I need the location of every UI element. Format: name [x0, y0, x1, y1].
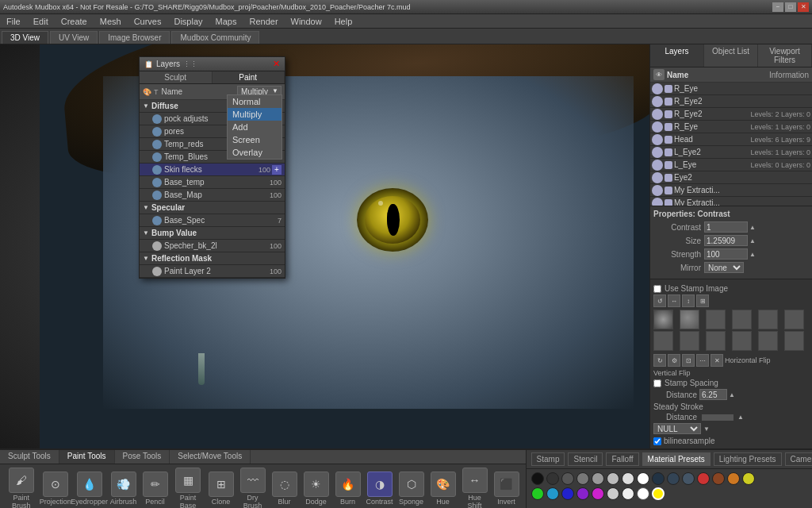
- right-layer-extract1[interactable]: My Extracti...: [650, 184, 812, 197]
- stamp-spacing-checkbox[interactable]: [653, 379, 661, 387]
- tool-tab-sculpt[interactable]: Sculpt Tools: [0, 450, 59, 464]
- swatch-8[interactable]: [637, 472, 649, 485]
- stamp-cell-3[interactable]: [706, 310, 726, 329]
- tool-tab-paint[interactable]: Paint Tools: [59, 450, 115, 464]
- swatch-12[interactable]: [697, 472, 710, 485]
- strength-arrow[interactable]: ▲: [749, 251, 756, 258]
- layer-add-btn[interactable]: +: [272, 165, 282, 175]
- preset-tab-camera[interactable]: Camera Bookmarks: [785, 452, 812, 466]
- size-arrow[interactable]: ▲: [749, 237, 756, 244]
- stamp-flip-h[interactable]: ↔: [668, 294, 680, 307]
- maximize-button[interactable]: □: [785, 2, 796, 12]
- close-button[interactable]: ✕: [798, 2, 809, 12]
- swatch-7[interactable]: [622, 472, 634, 485]
- rpanel-tab-layers[interactable]: Layers: [650, 44, 704, 67]
- swatch-21[interactable]: [607, 487, 619, 500]
- distance-arrow[interactable]: ▲: [729, 391, 735, 398]
- tab-3dview[interactable]: 3D View: [2, 31, 48, 44]
- menu-file[interactable]: File: [3, 16, 24, 27]
- tool-sponge[interactable]: ⬡ Sponge: [397, 471, 426, 506]
- tab-imagebrowser[interactable]: Image Browser: [99, 31, 170, 44]
- swatch-16[interactable]: [531, 487, 544, 500]
- use-stamp-checkbox[interactable]: [653, 285, 661, 293]
- layer-group-specular[interactable]: ▼ Specular: [140, 202, 285, 214]
- stamp-rotate-left[interactable]: ↺: [653, 294, 666, 307]
- stamp-cell-2[interactable]: [680, 310, 699, 329]
- swatch-20[interactable]: [592, 487, 604, 500]
- stamp-flip-v[interactable]: ↕: [682, 294, 695, 307]
- blend-option-add[interactable]: Add: [228, 121, 282, 133]
- right-layer-reye[interactable]: R_Eye: [650, 83, 812, 95]
- menu-window[interactable]: Window: [288, 16, 325, 27]
- layers-panel-titlebar[interactable]: 📋 Layers ⋮⋮ ✕: [140, 57, 285, 71]
- tab-community[interactable]: Mudbox Community: [171, 31, 259, 44]
- swatch-6[interactable]: [607, 472, 619, 485]
- mirror-select[interactable]: None X Y Z: [704, 262, 744, 273]
- stamp-cell-7[interactable]: [653, 331, 673, 351]
- blend-option-normal[interactable]: Normal: [228, 95, 282, 108]
- tool-airbrush[interactable]: 💨 Airbrush: [109, 471, 138, 506]
- lpanel-tab-paint[interactable]: Paint: [213, 71, 285, 83]
- tool-hue[interactable]: 🎨 Hue: [429, 471, 458, 506]
- menu-display[interactable]: Display: [170, 16, 205, 27]
- blend-option-multiply[interactable]: Multiply: [228, 108, 282, 121]
- stamp-dots[interactable]: ⋯: [696, 354, 709, 367]
- tool-pencil[interactable]: ✏ Pencil: [141, 471, 170, 506]
- swatch-22[interactable]: [622, 487, 634, 500]
- layer-group-reflection[interactable]: ▼ Reflection Mask: [140, 252, 285, 265]
- stamp-cell-6[interactable]: [784, 310, 804, 329]
- tool-projection[interactable]: ⊙ Projection: [41, 471, 70, 506]
- preset-tab-lighting[interactable]: Lighting Presets: [714, 452, 782, 466]
- swatch-19[interactable]: [576, 487, 589, 500]
- strength-input[interactable]: [704, 248, 748, 260]
- tool-blur[interactable]: ◌ Blur: [270, 471, 299, 506]
- stamp-rotate-right[interactable]: ↻: [653, 354, 666, 367]
- preset-tab-falloff[interactable]: Falloff: [606, 452, 638, 466]
- menu-mesh[interactable]: Mesh: [97, 16, 124, 27]
- rpanel-tab-objects[interactable]: Object List: [704, 44, 758, 67]
- menu-create[interactable]: Create: [58, 16, 90, 27]
- right-layer-reye2b[interactable]: R_Eye2 Levels: 2 Layers: 0: [650, 108, 812, 121]
- menu-render[interactable]: Render: [246, 16, 281, 27]
- stamp-cell-8[interactable]: [680, 331, 699, 351]
- size-input[interactable]: [704, 235, 748, 246]
- rpanel-tab-viewport[interactable]: Viewport Filters: [758, 44, 812, 67]
- stamp-cell-1[interactable]: [653, 310, 673, 329]
- stamp-cell-5[interactable]: [758, 310, 778, 329]
- tool-paintbase[interactable]: ▦ Paint Base: [173, 468, 204, 508]
- contrast-arrow[interactable]: ▲: [749, 224, 756, 231]
- contrast-input[interactable]: [704, 221, 748, 233]
- stamp-cell-10[interactable]: [732, 331, 752, 351]
- bilinear-checkbox[interactable]: [653, 437, 661, 445]
- layer-skin-flecks[interactable]: Skin flecks 100 +: [140, 164, 285, 176]
- preset-tab-material[interactable]: Material Presets: [642, 452, 710, 466]
- stamp-grid-view[interactable]: ⊞: [696, 294, 709, 307]
- stamp-cell-12[interactable]: [784, 331, 804, 351]
- blend-option-overlay[interactable]: Overlay: [228, 146, 282, 159]
- tool-invert[interactable]: ⬛ Invert: [492, 471, 521, 506]
- tool-tab-pose[interactable]: Pose Tools: [115, 450, 170, 464]
- menu-help[interactable]: Help: [331, 16, 356, 27]
- menu-curves[interactable]: Curves: [131, 16, 165, 27]
- tool-contrast[interactable]: ◑ Contrast: [366, 471, 394, 506]
- swatch-14[interactable]: [727, 472, 740, 485]
- tool-clone[interactable]: ⊞ Clone: [207, 471, 236, 506]
- layer-base-temp[interactable]: Base_temp 100: [140, 176, 285, 189]
- swatch-9[interactable]: [652, 472, 665, 485]
- swatch-13[interactable]: [712, 472, 725, 485]
- lpanel-tab-sculpt[interactable]: Sculpt: [140, 71, 213, 83]
- right-layer-reye2[interactable]: R_Eye2: [650, 95, 812, 108]
- layer-paint-layer2[interactable]: Paint Layer 2 100: [140, 265, 285, 278]
- tool-paintbrush[interactable]: 🖌 Paint Brush: [5, 468, 38, 508]
- stamp-settings[interactable]: ⚙: [668, 354, 680, 367]
- distance-input[interactable]: [699, 389, 727, 400]
- tool-drybrush[interactable]: 〰 Dry Brush: [239, 468, 267, 508]
- minimize-button[interactable]: −: [772, 2, 783, 12]
- tab-uvview[interactable]: UV View: [50, 31, 98, 44]
- tool-hueshift[interactable]: ↔ Hue Shift: [461, 468, 489, 508]
- layers-panel-close[interactable]: ✕: [273, 59, 280, 69]
- right-layer-head[interactable]: Head Levels: 6 Layers: 9: [650, 133, 812, 146]
- swatch-18[interactable]: [561, 487, 574, 500]
- layer-base-spec[interactable]: Base_Spec 7: [140, 214, 285, 227]
- stamp-cell-4[interactable]: [732, 310, 752, 329]
